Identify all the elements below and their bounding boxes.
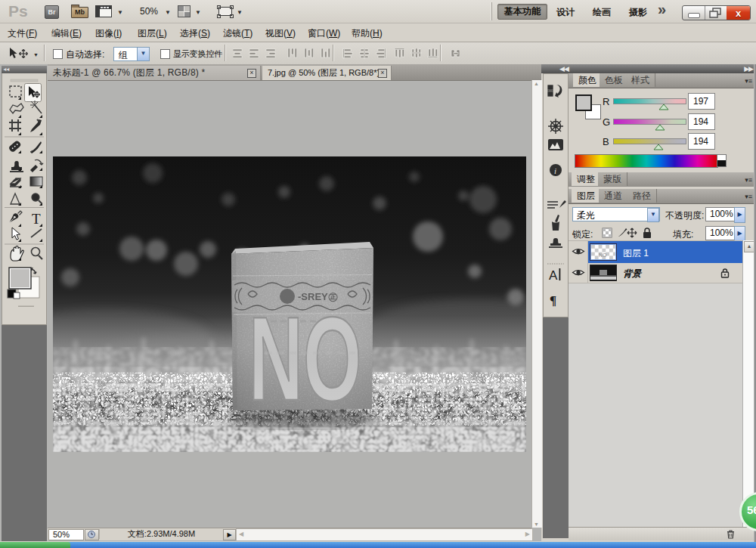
svg-text:i: i — [554, 166, 556, 175]
svg-text:T: T — [32, 211, 41, 227]
svg-text:NO: NO — [599, 252, 607, 258]
svg-text:¶: ¶ — [550, 293, 556, 308]
svg-text:A: A — [549, 268, 558, 283]
svg-text:NO: NO — [249, 291, 361, 425]
